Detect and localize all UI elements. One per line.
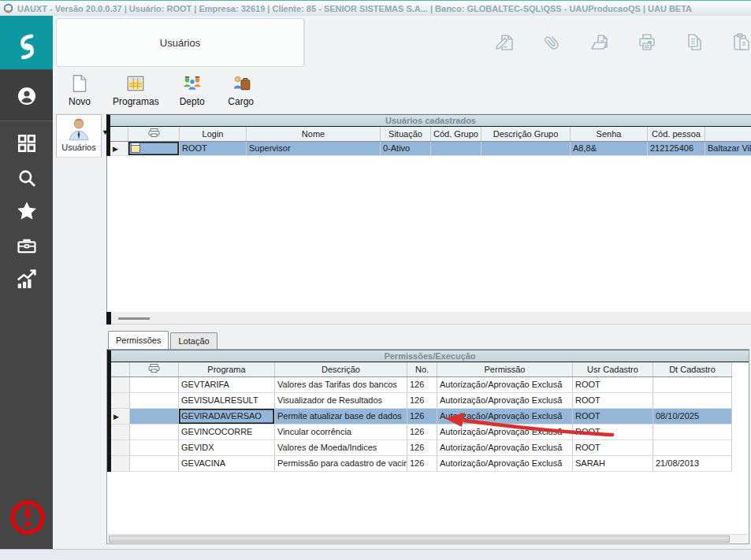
splitter-grip[interactable] bbox=[118, 317, 150, 320]
cargo-button[interactable]: Cargo bbox=[225, 69, 257, 107]
new-button-label: Novo bbox=[69, 96, 91, 107]
tab-usuarios[interactable]: Usuários bbox=[56, 114, 102, 158]
cell-dt: 21/08/2013 bbox=[653, 455, 732, 471]
col-usr-cadastro[interactable]: Usr Cadastro bbox=[573, 362, 653, 376]
cell-dt bbox=[653, 439, 732, 455]
toolbar: Novo Programas Depto bbox=[53, 69, 751, 114]
printer-icon[interactable] bbox=[636, 32, 658, 54]
cell-permissao: Autorização/Aprovação Exclusã bbox=[437, 376, 573, 392]
cell-situacao: 0-Ativo bbox=[381, 141, 431, 155]
col-senha[interactable]: Senha bbox=[571, 127, 648, 141]
sidebar-item-user[interactable] bbox=[0, 71, 53, 121]
copy-icon[interactable] bbox=[683, 32, 705, 54]
col-extra bbox=[705, 127, 751, 141]
brand-logo[interactable] bbox=[0, 16, 53, 69]
col-login[interactable]: Login bbox=[180, 127, 247, 141]
row-note-cell[interactable] bbox=[128, 141, 180, 155]
senior-s-logo-icon bbox=[9, 24, 44, 61]
col-nome[interactable]: Nome bbox=[247, 127, 381, 141]
sidebar-item-briefcase[interactable] bbox=[0, 228, 53, 263]
sidebar-item-favorites[interactable] bbox=[0, 194, 53, 228]
sidebar-item-reports[interactable] bbox=[0, 261, 53, 296]
row-selector-header[interactable] bbox=[110, 362, 130, 376]
table-row[interactable]: GEVINCOCORRE Vincular ocorrência 126 Aut… bbox=[110, 424, 732, 439]
sidebar bbox=[0, 16, 53, 549]
paperclip-icon[interactable] bbox=[541, 32, 563, 54]
col-descricao-grupo[interactable]: Descrição Grupo bbox=[481, 127, 571, 141]
cell-programa: GEVACINA bbox=[179, 455, 275, 471]
cell-programa: GEVTARIFA bbox=[179, 376, 275, 392]
tab-usuarios-label: Usuários bbox=[61, 143, 95, 152]
cell-programa: GEVIDX bbox=[179, 439, 275, 455]
col-dt-cadastro[interactable]: Dt Cadastro bbox=[653, 362, 732, 376]
header-bar: Usuários bbox=[53, 16, 751, 69]
new-document-icon bbox=[69, 73, 90, 94]
scrollbar-thumb[interactable] bbox=[109, 536, 730, 543]
permissions-header-row: Programa Descrição No. Permissão Usr Cad… bbox=[110, 362, 732, 376]
col-programa[interactable]: Programa bbox=[179, 362, 275, 376]
table-row[interactable]: GEVISUALRESULT Visualizador de Resultado… bbox=[110, 392, 732, 408]
cell-nome: Supervisor bbox=[247, 141, 381, 155]
panel-splitter[interactable] bbox=[106, 312, 751, 325]
table-row[interactable]: GEVTARIFA Valores das Tarifas dos bancos… bbox=[110, 376, 732, 392]
col-cod-pessoa[interactable]: Cód. pessoa bbox=[648, 127, 705, 141]
cell-login: ROOT bbox=[180, 141, 247, 155]
table-row[interactable]: GEVIDX Valores de Moeda/Indices 126 Auto… bbox=[110, 439, 732, 455]
alert-button[interactable] bbox=[8, 498, 47, 537]
edit-document-icon[interactable] bbox=[494, 32, 516, 54]
col-cod-grupo[interactable]: Cód. Grupo bbox=[431, 127, 481, 141]
cell-dt bbox=[653, 392, 732, 408]
user-icon bbox=[15, 84, 39, 108]
col-no[interactable]: No. bbox=[407, 362, 437, 376]
cell-no: 126 bbox=[407, 439, 437, 455]
window-title: UAUXT - Versão 20.0.0.37 | Usuário: ROOT… bbox=[17, 4, 692, 13]
app-window-icon bbox=[3, 3, 13, 13]
sidebar-item-apps[interactable] bbox=[0, 126, 53, 161]
users-grid: Usuários cadastrados Login Nom bbox=[106, 114, 751, 312]
depto-button[interactable]: Depto bbox=[177, 69, 208, 107]
cell-usr: ROOT bbox=[573, 392, 653, 408]
cell-descricao-grupo bbox=[481, 141, 571, 155]
programs-button[interactable]: Programas bbox=[113, 69, 159, 107]
header-actions bbox=[494, 16, 751, 69]
col-situacao[interactable]: Situação bbox=[381, 127, 431, 141]
status-bar bbox=[0, 549, 751, 560]
cell-descricao: Permissão para cadastro de vacin bbox=[275, 455, 407, 471]
tab-lotacao[interactable]: Lotação bbox=[170, 332, 217, 349]
cell-cod-pessoa: 212125406 bbox=[648, 141, 705, 155]
horizontal-scrollbar[interactable] bbox=[108, 534, 748, 543]
print-column-header[interactable] bbox=[130, 362, 179, 376]
users-row-root[interactable]: ▶ ROOT Supervisor 0-Ativo A8,8& 21212540… bbox=[109, 141, 751, 155]
cell-usr: ROOT bbox=[573, 424, 653, 439]
table-row[interactable]: GEVACINA Permissão para cadastro de vaci… bbox=[110, 455, 732, 471]
splitter-edge-mark bbox=[106, 312, 111, 325]
new-button[interactable]: Novo bbox=[64, 69, 95, 107]
sidebar-item-search[interactable] bbox=[0, 161, 53, 195]
cell-dt: 08/10/2025 bbox=[653, 408, 732, 424]
paste-icon[interactable] bbox=[731, 32, 751, 54]
window-titlebar: UAUXT - Versão 20.0.0.37 | Usuário: ROOT… bbox=[0, 0, 751, 16]
exclamation-alert-icon bbox=[8, 498, 47, 537]
cell-no: 126 bbox=[407, 376, 437, 392]
print-column-header[interactable] bbox=[128, 127, 180, 141]
cell-usr: SARAH bbox=[573, 455, 653, 471]
open-folder-icon[interactable] bbox=[589, 32, 611, 54]
programs-table-icon bbox=[125, 73, 146, 94]
table-row-selected[interactable]: ▶ GEVIRADAVERSAO Permite atualizar base … bbox=[110, 408, 732, 424]
cell-descricao: Permite atualizar base de dados bbox=[275, 408, 407, 424]
cell-permissao: Autorização/Aprovação Exclusã bbox=[437, 392, 573, 408]
col-descricao[interactable]: Descrição bbox=[275, 362, 407, 376]
cell-no: 126 bbox=[407, 424, 437, 439]
cell-cod-grupo bbox=[431, 141, 481, 155]
current-row-marker: ▶ bbox=[113, 145, 118, 153]
cell-no: 126 bbox=[407, 392, 437, 408]
tab-permissoes[interactable]: Permissões bbox=[108, 331, 169, 349]
row-selector-header[interactable] bbox=[109, 127, 128, 141]
cell-descricao: Vincular ocorrência bbox=[275, 424, 407, 439]
cell-programa: GEVISUALRESULT bbox=[179, 392, 275, 408]
job-role-icon bbox=[231, 73, 251, 94]
app-window: UAUXT - Versão 20.0.0.37 | Usuário: ROOT… bbox=[0, 0, 751, 560]
users-grid-empty-area bbox=[106, 156, 751, 312]
permissions-table: Programa Descrição No. Permissão Usr Cad… bbox=[107, 362, 732, 472]
col-permissao[interactable]: Permissão bbox=[437, 362, 573, 376]
